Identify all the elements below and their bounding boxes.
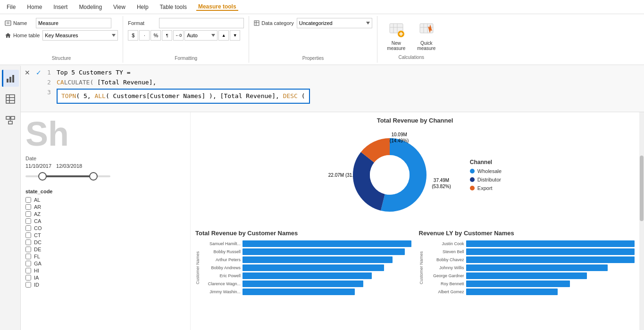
scrollbar-track[interactable] xyxy=(639,112,644,330)
state-az: AZ xyxy=(25,211,185,217)
state-dc-checkbox[interactable] xyxy=(25,239,31,245)
comma-button[interactable]: · xyxy=(139,30,150,41)
quick-measure-label: Quickmeasure xyxy=(417,41,435,51)
state-ca-label: CA xyxy=(34,218,41,224)
data-category-dropdown[interactable]: Uncategorized xyxy=(297,18,372,28)
left-bar-clarence: Clarence Wagn... xyxy=(203,280,411,287)
currency-button[interactable]: $ xyxy=(128,30,138,41)
legend-distributor: Distributor xyxy=(470,177,502,182)
state-id-checkbox[interactable] xyxy=(25,282,31,288)
new-measure-icon xyxy=(388,21,405,38)
new-measure-label: Newmeasure xyxy=(387,41,405,51)
state-ca-checkbox[interactable] xyxy=(25,218,31,224)
state-fl-checkbox[interactable] xyxy=(25,254,31,259)
state-ct: CT xyxy=(25,232,185,238)
date-slider[interactable] xyxy=(25,172,185,181)
donut-legend: Channel Wholesale Distributor Export xyxy=(470,159,502,191)
state-de: DE xyxy=(25,247,185,252)
left-bar-bobby-r-fill xyxy=(243,248,405,255)
wholesale-label: Wholesale xyxy=(477,168,502,174)
state-code-label: state_code xyxy=(25,189,185,194)
wholesale-dot xyxy=(470,169,475,173)
left-bar-clarence-label: Clarence Wagn... xyxy=(203,281,241,286)
menu-insert[interactable]: Insert xyxy=(51,4,69,10)
right-bar-johnny-fill xyxy=(466,264,608,271)
right-bar-roy-fill xyxy=(466,280,570,287)
formula-line-1: Top 5 Customers TY = xyxy=(57,68,131,78)
left-bar-samuel: Samuel Hamilt... xyxy=(203,240,411,247)
right-bar-steven-fill xyxy=(466,248,635,255)
donut-chart-title: Total Revenue by Channel xyxy=(377,117,453,124)
state-ia-checkbox[interactable] xyxy=(25,275,31,280)
menu-measure-tools[interactable]: Measure tools xyxy=(196,3,238,11)
formula-confirm-button[interactable]: ✓ xyxy=(34,68,43,77)
state-ia: IA xyxy=(25,275,185,280)
name-input[interactable] xyxy=(36,18,111,28)
state-ca: CA xyxy=(25,218,185,224)
structure-label: Structure xyxy=(5,54,118,61)
menu-modeling[interactable]: Modeling xyxy=(77,4,104,10)
svg-rect-26 xyxy=(11,116,15,119)
legend-wholesale: Wholesale xyxy=(470,168,502,174)
left-bar-bobby-a: Bobby Andrews xyxy=(203,264,411,271)
sidebar-bar-chart-icon[interactable] xyxy=(2,70,19,87)
state-hi-checkbox[interactable] xyxy=(25,268,31,273)
thousands-button[interactable]: ¶ xyxy=(162,30,172,41)
decrease-decimal-button[interactable]: ←0 xyxy=(173,30,184,41)
state-ga-checkbox[interactable] xyxy=(25,261,31,266)
date-filter-label: Date xyxy=(25,156,185,161)
state-ar-checkbox[interactable] xyxy=(25,204,31,210)
svg-rect-25 xyxy=(6,116,10,119)
left-bar-chart-title: Total Revenue by Customer Names xyxy=(195,230,411,237)
decrease-decimal2-button[interactable]: ▼ xyxy=(230,30,240,41)
left-bar-jimmy-fill xyxy=(243,289,355,295)
date-slider-right-thumb[interactable] xyxy=(89,172,98,181)
formula-line-3-highlighted: TOPN( 5, ALL( Customers[Customer Names] … xyxy=(57,89,310,104)
right-bar-y-label: Customer Names xyxy=(419,240,425,295)
left-bar-arthur: Arthur Peters xyxy=(203,256,411,263)
state-co-checkbox[interactable] xyxy=(25,225,31,231)
state-dc: DC xyxy=(25,239,185,245)
quick-measure-button[interactable]: Quickmeasure xyxy=(413,19,440,51)
left-bar-jimmy-label: Jimmy Washin... xyxy=(203,289,241,294)
main-content: Sh Date 11/10/2017 12/03/2018 state_code… xyxy=(21,112,644,330)
increase-decimal-button[interactable]: ▲ xyxy=(218,30,229,41)
menu-bar: File Home Insert Modeling View Help Tabl… xyxy=(0,0,644,14)
svg-rect-21 xyxy=(6,95,15,103)
right-bar-george: George Gardner xyxy=(427,272,635,279)
new-measure-button[interactable]: Newmeasure xyxy=(383,19,410,51)
scrollbar-thumb[interactable] xyxy=(640,156,644,221)
percent-button[interactable]: % xyxy=(151,30,161,41)
state-ct-checkbox[interactable] xyxy=(25,232,31,238)
table-icon xyxy=(5,94,16,104)
home-table-dropdown[interactable]: Key Measures xyxy=(42,30,118,41)
sidebar-table-icon[interactable] xyxy=(2,91,19,107)
left-bar-list: Samuel Hamilt... Bobby Russell Arthur Pe… xyxy=(203,240,411,295)
export-dot xyxy=(470,186,475,190)
formula-content[interactable]: 1 Top 5 Customers TY = 2 CALCULATE( [Tot… xyxy=(45,67,642,105)
state-fl-label: FL xyxy=(34,254,40,259)
left-bar-jimmy: Jimmy Washin... xyxy=(203,289,411,295)
menu-table-tools[interactable]: Table tools xyxy=(158,4,189,10)
svg-rect-27 xyxy=(8,121,12,124)
format-input[interactable] xyxy=(159,18,244,28)
state-az-checkbox[interactable] xyxy=(25,211,31,217)
calculations-label: Calculations xyxy=(383,53,440,60)
right-bar-justin: Justin Cook xyxy=(427,240,635,247)
state-al-checkbox[interactable] xyxy=(25,197,31,203)
auto-dropdown[interactable]: Auto xyxy=(184,30,217,41)
left-bar-chart: Total Revenue by Customer Names Customer… xyxy=(195,230,411,295)
left-bar-bobby-a-label: Bobby Andrews xyxy=(203,265,241,270)
menu-view[interactable]: View xyxy=(111,4,127,10)
date-slider-left-thumb[interactable] xyxy=(38,172,47,181)
state-de-checkbox[interactable] xyxy=(25,247,31,252)
formula-cancel-button[interactable]: ✕ xyxy=(23,68,32,77)
menu-help[interactable]: Help xyxy=(135,4,151,10)
filter-panel: Sh Date 11/10/2017 12/03/2018 state_code… xyxy=(21,112,191,330)
export-label: Export xyxy=(477,185,493,191)
menu-file[interactable]: File xyxy=(5,4,17,10)
sidebar-model-icon[interactable] xyxy=(2,111,19,128)
formatting-label: Formatting xyxy=(128,54,244,61)
menu-home[interactable]: Home xyxy=(25,4,44,10)
date-values: 11/10/2017 12/03/2018 xyxy=(25,163,185,169)
